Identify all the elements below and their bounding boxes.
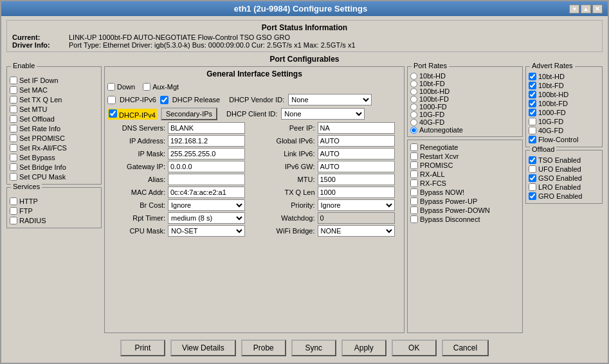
service-checkbox[interactable] bbox=[10, 197, 17, 205]
enable-item-label: Set IF Down bbox=[19, 77, 59, 84]
service-checkbox[interactable] bbox=[10, 217, 17, 224]
enable-checkbox[interactable] bbox=[10, 134, 17, 142]
port-checkbox[interactable] bbox=[410, 143, 418, 151]
tx-q-len-input[interactable] bbox=[318, 187, 395, 198]
advert-rate-checkbox[interactable] bbox=[529, 127, 536, 134]
advert-rate-checkbox[interactable] bbox=[529, 82, 536, 89]
offload-checkbox[interactable] bbox=[529, 156, 536, 164]
advert-rate-checkbox[interactable] bbox=[529, 109, 536, 116]
port-checkbox[interactable] bbox=[410, 215, 418, 223]
watchdog-input[interactable] bbox=[318, 212, 395, 224]
offload-content: TSO EnabledUFO EnabledGSO EnabledLRO Ena… bbox=[529, 156, 599, 201]
print-button[interactable]: Print bbox=[120, 340, 165, 356]
enable-checkbox[interactable] bbox=[10, 96, 17, 104]
list-item: GSO Enabled bbox=[529, 174, 599, 183]
dhcp-ipv4-checkbox[interactable] bbox=[109, 109, 117, 118]
peer-ip-input[interactable] bbox=[318, 122, 395, 134]
offload-label: GSO Enabled bbox=[538, 174, 582, 182]
aux-mgt-checkbox[interactable] bbox=[143, 83, 150, 91]
rpt-timer-select[interactable]: medium (8 s) bbox=[168, 212, 245, 224]
enable-checkbox[interactable] bbox=[10, 115, 17, 123]
offload-checkbox[interactable] bbox=[529, 192, 536, 200]
advert-rate-checkbox[interactable] bbox=[529, 136, 536, 143]
enable-checkbox[interactable] bbox=[10, 154, 17, 161]
priority-select[interactable]: Ignore bbox=[318, 199, 395, 211]
link-ipv6-input[interactable] bbox=[318, 148, 395, 159]
port-rate-radio[interactable] bbox=[410, 96, 417, 103]
port-checkbox[interactable] bbox=[410, 152, 418, 160]
dhcp-ipv6-checkbox[interactable] bbox=[107, 96, 116, 104]
dhcp-release-checkbox[interactable] bbox=[160, 96, 168, 104]
apply-button[interactable]: Apply bbox=[341, 340, 386, 356]
enable-checkbox[interactable] bbox=[10, 77, 17, 84]
port-checkbox[interactable] bbox=[410, 188, 418, 196]
alias-input[interactable] bbox=[168, 174, 245, 185]
dhcp-row-1: DHCP-IPv6 DHCP Release DHCP Vendor ID: N… bbox=[107, 94, 401, 105]
list-item: 10bt-HD bbox=[410, 72, 520, 80]
driver-label: Driver Info: bbox=[12, 41, 64, 49]
maximize-button[interactable]: ▲ bbox=[581, 5, 591, 14]
advert-rate-checkbox[interactable] bbox=[529, 100, 536, 107]
enable-checkbox[interactable] bbox=[10, 163, 17, 171]
cancel-button[interactable]: Cancel bbox=[442, 340, 489, 356]
offload-label: UFO Enabled bbox=[538, 165, 581, 173]
port-check-label: PROMISC bbox=[420, 161, 453, 169]
port-checkbox[interactable] bbox=[410, 206, 418, 214]
vendor-id-select[interactable]: None bbox=[288, 94, 372, 105]
global-ipv6-input[interactable] bbox=[318, 135, 395, 147]
close-button[interactable]: ✕ bbox=[592, 5, 603, 14]
offload-checkbox[interactable] bbox=[529, 174, 536, 182]
minimize-button[interactable]: ▾ bbox=[569, 5, 579, 14]
probe-button[interactable]: Probe bbox=[241, 340, 286, 356]
sync-button[interactable]: Sync bbox=[291, 340, 336, 356]
ipv6-gw-input[interactable] bbox=[318, 161, 395, 172]
enable-checkbox[interactable] bbox=[10, 105, 17, 113]
list-item: 10G-FD bbox=[410, 111, 520, 118]
br-cost-select[interactable]: Ignore bbox=[168, 199, 245, 211]
mac-input[interactable] bbox=[168, 187, 245, 198]
enable-checkbox[interactable] bbox=[10, 125, 17, 132]
ok-button[interactable]: OK bbox=[392, 340, 437, 356]
ip-mask-input[interactable] bbox=[168, 148, 245, 159]
advert-rate-label: 40G-FD bbox=[538, 127, 563, 134]
cpu-mask-select[interactable]: NO-SET bbox=[168, 225, 245, 237]
port-rate-radio[interactable] bbox=[410, 73, 417, 80]
advert-rate-checkbox[interactable] bbox=[529, 118, 536, 125]
enable-checkbox[interactable] bbox=[10, 86, 17, 94]
offload-label: LRO Enabled bbox=[538, 183, 581, 191]
view-details-button[interactable]: View Details bbox=[170, 340, 236, 356]
gateway-input[interactable] bbox=[168, 161, 245, 172]
enable-item-label: Set Rate Info bbox=[19, 125, 60, 132]
ip-address-input[interactable] bbox=[168, 135, 245, 147]
list-item: HTTP bbox=[10, 197, 98, 206]
advert-rate-checkbox[interactable] bbox=[529, 73, 536, 80]
down-checkbox-row: Down bbox=[107, 82, 135, 91]
services-group-title: Services bbox=[11, 183, 42, 190]
port-checkbox[interactable] bbox=[410, 161, 418, 169]
enable-checkbox[interactable] bbox=[10, 173, 17, 181]
secondary-ips-button[interactable]: Secondary-IPs bbox=[161, 107, 217, 120]
alias-label: Alias: bbox=[107, 176, 165, 183]
port-checkbox[interactable] bbox=[410, 197, 418, 205]
enable-group-title: Enable bbox=[11, 62, 37, 69]
port-rate-radio[interactable] bbox=[410, 111, 417, 118]
enable-checkbox[interactable] bbox=[10, 144, 17, 152]
port-rate-radio[interactable] bbox=[410, 119, 417, 126]
port-checkbox[interactable] bbox=[410, 170, 418, 178]
down-checkbox[interactable] bbox=[107, 83, 115, 91]
client-id-label: DHCP Client ID: bbox=[226, 110, 277, 118]
port-rate-radio[interactable] bbox=[410, 127, 417, 134]
port-rate-radio[interactable] bbox=[410, 104, 417, 111]
port-rate-radio[interactable] bbox=[410, 80, 417, 87]
offload-checkbox[interactable] bbox=[529, 165, 536, 173]
client-id-select[interactable]: None bbox=[281, 108, 365, 120]
advert-rate-checkbox[interactable] bbox=[529, 91, 536, 98]
dns-input[interactable] bbox=[168, 122, 245, 134]
wifi-bridge-select[interactable]: NONE bbox=[318, 225, 395, 237]
port-checkbox[interactable] bbox=[410, 179, 418, 187]
service-checkbox[interactable] bbox=[10, 207, 17, 215]
mtu-input[interactable] bbox=[318, 174, 395, 185]
offload-checkbox[interactable] bbox=[529, 183, 536, 191]
dns-label: DNS Servers: bbox=[107, 124, 165, 132]
port-rate-radio[interactable] bbox=[410, 88, 417, 95]
